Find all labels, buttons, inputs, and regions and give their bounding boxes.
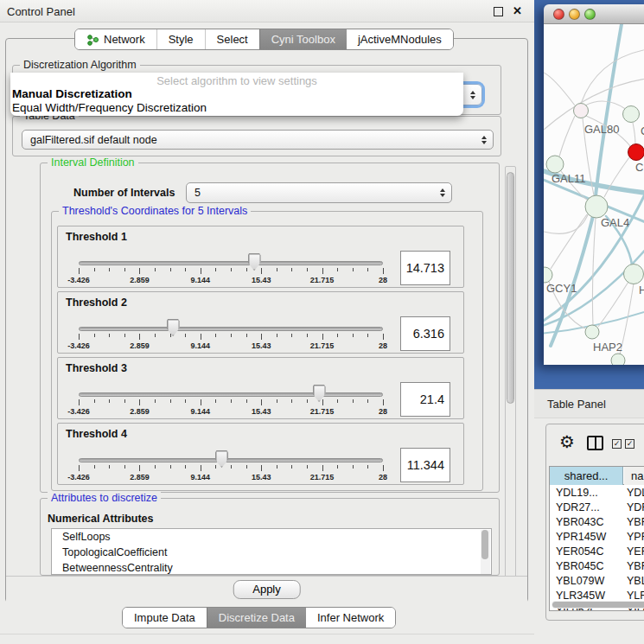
network-node-gal4[interactable] <box>585 195 608 218</box>
threshold-value-field[interactable]: 21.4 <box>400 382 450 417</box>
cell-name[interactable]: YBR0 <box>627 559 644 574</box>
checkbox-checked-icon[interactable]: ✓ <box>612 439 622 449</box>
node-label: GAL4 <box>601 216 629 229</box>
number-of-intervals-combobox[interactable]: 5 <box>186 182 452 203</box>
table-row[interactable]: YBL079WYBL0 <box>550 574 644 589</box>
float-window-icon[interactable] <box>494 7 503 16</box>
close-icon[interactable]: ✕ <box>513 4 522 18</box>
network-node-hap2[interactable] <box>585 325 599 339</box>
group-title: Threshold's Coordinates for 5 Intervals <box>59 205 251 217</box>
tab-network[interactable]: Network <box>75 29 156 49</box>
network-window-titlebar[interactable] <box>544 4 644 24</box>
close-traffic-icon[interactable] <box>553 9 564 20</box>
table-row[interactable]: YDL19...YDL1 <box>550 486 644 501</box>
column-header-name[interactable]: na <box>624 467 644 485</box>
tick-mark <box>367 399 368 403</box>
tick-mark <box>246 334 247 337</box>
threshold-value-field[interactable]: 11.344 <box>400 448 450 482</box>
slider-track[interactable] <box>79 327 383 331</box>
tab-jactivemnodules[interactable]: jActiveMNodules <box>347 29 453 49</box>
numerical-attributes-list[interactable]: SelfLoopsTopologicalCoefficientBetweenne… <box>51 528 492 575</box>
interval-definition-group: Interval Definition Number of Intervals … <box>40 163 500 493</box>
slider-track[interactable] <box>79 261 383 265</box>
threshold-slider[interactable]: -3.4262.8599.14415.4321.71528 <box>79 226 383 289</box>
network-view-window[interactable]: GAL80GACGAL11GAL4GCY1HHAP2 <box>544 4 644 365</box>
tick-mark <box>383 399 384 405</box>
network-node-ga[interactable] <box>623 106 640 123</box>
checkbox-checked-icon[interactable]: ✓ <box>625 439 634 449</box>
table-horizontal-scrollbar[interactable] <box>552 601 644 609</box>
tab-impute-data[interactable]: Impute Data <box>123 608 207 628</box>
dropdown-item-equal-width[interactable]: Equal Width/Frequency Discretization <box>12 101 207 114</box>
list-scrollbar[interactable] <box>481 530 490 575</box>
settings-scrollbar[interactable] <box>505 166 516 596</box>
tab-select[interactable]: Select <box>205 29 259 49</box>
threshold-value-field[interactable]: 6.316 <box>400 316 450 351</box>
threshold-slider[interactable]: -3.4262.8599.14415.4321.71528 <box>79 358 383 420</box>
slider-track[interactable] <box>79 392 383 397</box>
tab-cyni-toolbox[interactable]: Cyni Toolbox <box>259 29 347 49</box>
tick-mark <box>337 465 338 469</box>
cell-shared-name[interactable]: YBR043C <box>556 515 604 530</box>
tick-mark <box>322 268 323 274</box>
tick-mark <box>353 465 354 469</box>
table-data-combobox[interactable]: galFiltered.sif default node <box>22 130 494 150</box>
tick-mark <box>307 334 308 337</box>
scrollbar-thumb[interactable] <box>552 602 644 608</box>
cell-name[interactable]: YER0 <box>627 545 644 559</box>
attribute-list-item[interactable]: SelfLoops <box>52 529 491 545</box>
threshold-slider[interactable]: -3.4262.8599.14415.4321.71528 <box>79 292 383 354</box>
zoom-traffic-icon[interactable] <box>584 9 596 20</box>
tick-label: 28 <box>379 276 387 284</box>
tab-label: Impute Data <box>134 611 195 624</box>
tick-mark <box>201 399 201 405</box>
slider-ticks: -3.4262.8599.14415.4321.71528 <box>79 268 383 285</box>
table-row[interactable]: YER054CYER0 <box>550 545 644 559</box>
network-node-gal11[interactable] <box>546 156 564 173</box>
attribute-list-item[interactable]: BetweennessCentrality <box>52 560 491 575</box>
slider-ticks: -3.4262.8599.14415.4321.71528 <box>79 334 383 351</box>
scrollbar-thumb[interactable] <box>481 530 488 559</box>
table-row[interactable]: YDR27...YDR2 <box>550 501 644 515</box>
tick-mark <box>124 334 125 337</box>
cell-shared-name[interactable]: YER054C <box>556 545 604 559</box>
tab-discretize-data[interactable]: Discretize Data <box>207 608 306 628</box>
network-node-gcy1[interactable] <box>544 267 552 283</box>
cell-shared-name[interactable]: YDL19... <box>556 486 598 501</box>
cell-name[interactable]: YDR2 <box>627 501 644 515</box>
table-row[interactable]: YBR045CYBR0 <box>550 559 644 574</box>
dropdown-hint-item[interactable]: Select algorithm to view settings <box>10 74 463 87</box>
cell-shared-name[interactable]: YBR045C <box>556 559 604 574</box>
tab-style[interactable]: Style <box>156 29 205 49</box>
apply-button[interactable]: Apply <box>233 580 301 599</box>
tick-mark <box>322 465 323 471</box>
tab-infer-network[interactable]: Infer Network <box>306 608 395 628</box>
cell-name[interactable]: YBR0 <box>627 515 644 530</box>
slider-track[interactable] <box>79 458 383 462</box>
network-node-h[interactable] <box>624 265 644 284</box>
threshold-slider[interactable]: -3.4262.8599.14415.4321.71528 <box>79 424 383 486</box>
table-row[interactable]: YPR145WYPR1 <box>550 530 644 545</box>
tick-label: 21.715 <box>310 407 335 416</box>
cell-name[interactable]: YPR1 <box>627 530 644 545</box>
node-label: GAL80 <box>584 123 619 136</box>
scrollbar-thumb[interactable] <box>507 172 514 404</box>
cell-name[interactable]: YDL1 <box>627 486 644 501</box>
minimize-traffic-icon[interactable] <box>569 9 580 20</box>
network-node[interactable] <box>611 354 625 365</box>
cell-name[interactable]: YBL0 <box>627 574 644 589</box>
attribute-list-item[interactable]: TopologicalCoefficient <box>52 545 491 560</box>
dropdown-item-manual-discretization[interactable]: Manual Discretization <box>12 87 132 100</box>
split-column-icon[interactable] <box>587 436 603 450</box>
threshold-value-field[interactable]: 14.713 <box>400 251 450 285</box>
network-node-gal80[interactable] <box>574 104 589 118</box>
cell-shared-name[interactable]: YDR27... <box>556 501 600 515</box>
network-canvas[interactable]: GAL80GACGAL11GAL4GCY1HHAP2 <box>544 24 644 365</box>
gear-icon[interactable]: ⚙ <box>559 431 575 452</box>
table-panel-body: ⚙ ✓ ✓ shared... na YDL19...YDL1YDR27...Y… <box>534 418 644 644</box>
column-header-shared[interactable]: shared... <box>550 467 623 485</box>
network-node-c[interactable] <box>628 144 644 161</box>
cell-shared-name[interactable]: YBL079W <box>556 574 604 589</box>
cell-shared-name[interactable]: YPR145W <box>556 530 606 545</box>
table-row[interactable]: YBR043CYBR0 <box>550 515 644 530</box>
